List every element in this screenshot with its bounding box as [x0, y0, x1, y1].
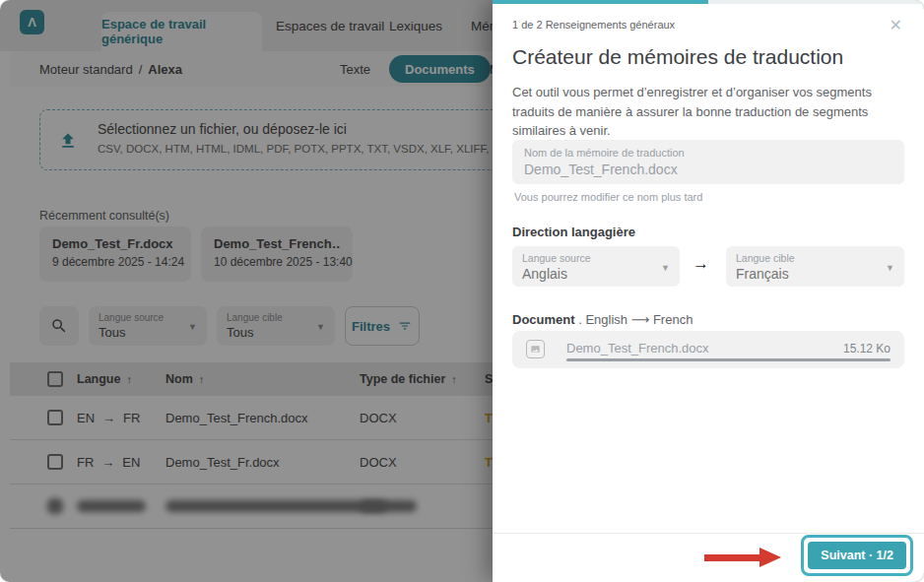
app-window: Λ Espace de travail générique Espaces de…: [0, 0, 924, 582]
select-value: Anglais: [522, 266, 670, 282]
memory-name-helper: Vous pourrez modifier ce nom plus tard: [514, 191, 702, 203]
wizard-progress-fill: [493, 0, 708, 4]
document-section-title: Document . English ⟶ French: [512, 312, 693, 327]
wizard-progress-bar: [493, 0, 924, 4]
footer-divider: [493, 533, 924, 534]
memory-name-label: Nom de la mémoire de traduction: [524, 147, 892, 159]
arrow-right-icon: →: [693, 254, 709, 274]
select-label: Langue cible: [736, 252, 894, 264]
select-value: Français: [736, 266, 894, 282]
select-label: Langue source: [522, 252, 670, 264]
close-icon[interactable]: ✕: [890, 16, 902, 34]
upload-complete-bar: [566, 358, 891, 361]
direction-section-title: Direction langagière: [512, 225, 635, 239]
chevron-down-icon: ▼: [886, 263, 894, 273]
memory-name-field[interactable]: Nom de la mémoire de traduction Demo_Tes…: [512, 140, 904, 184]
chevron-down-icon: ▼: [661, 263, 670, 273]
modal-description: Cet outil vous permet d’enregistrer et d…: [512, 83, 904, 141]
target-language-select[interactable]: Langue cible Français ▼: [726, 246, 904, 287]
next-button[interactable]: Suivant · 1/2: [808, 542, 906, 569]
translation-memory-modal: 1 de 2 Renseignements généraux ✕ Créateu…: [493, 0, 924, 582]
annotation-arrow-icon: [704, 548, 781, 567]
document-file-card: Demo_Test_French.docx 15.12 Ko: [512, 331, 904, 368]
memory-name-value: Demo_Test_French.docx: [524, 162, 892, 177]
wizard-step-label: 1 de 2 Renseignements généraux: [512, 19, 675, 31]
file-image-icon: [526, 340, 545, 358]
document-file-size: 15.12 Ko: [843, 342, 891, 356]
document-file-name: Demo_Test_French.docx: [566, 341, 709, 356]
modal-title: Créateur de mémoires de traduction: [512, 45, 843, 69]
source-language-select[interactable]: Langue source Anglais ▼: [512, 246, 680, 287]
annotation-highlight-ring: Suivant · 1/2: [801, 535, 913, 576]
